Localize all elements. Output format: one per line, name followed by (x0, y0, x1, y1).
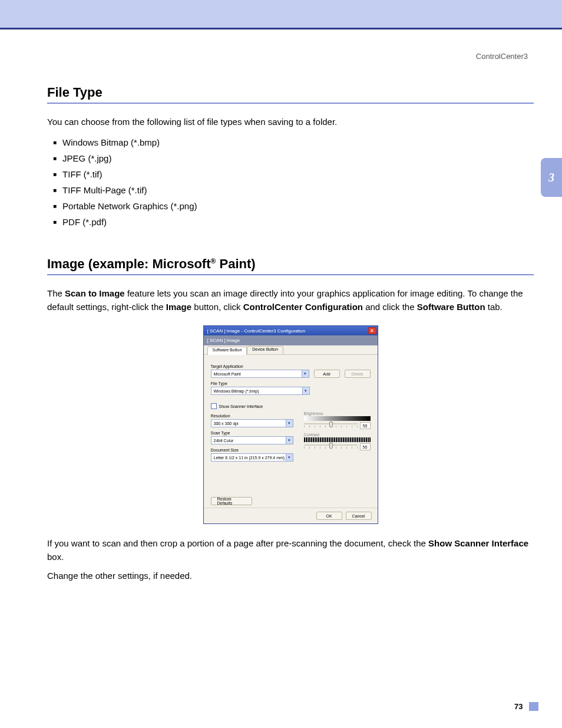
text: If you want to scan and then crop a port… (47, 538, 428, 548)
text-bold: Show Scanner Interface (428, 538, 528, 548)
chevron-down-icon: ▾ (286, 420, 293, 427)
title-post: Paint) (216, 256, 255, 271)
add-button[interactable]: Add (314, 370, 340, 378)
list-item: TIFF Multi-Page (*.tif) (53, 185, 534, 195)
paragraph-1: The Scan to Image feature lets you scan … (47, 287, 534, 314)
text: button, click (191, 302, 243, 312)
brightness-gradient (304, 416, 371, 421)
contrast-value[interactable]: 50 (360, 443, 371, 450)
brightness-slider[interactable] (304, 422, 358, 429)
page-bar (529, 702, 538, 711)
text: box. (47, 552, 64, 562)
text: The (47, 288, 65, 298)
paragraph-3: Change the other settings, if needed. (47, 569, 534, 583)
label-scan-type: Scan Type (211, 431, 293, 435)
label-contrast: Contrast (304, 433, 371, 437)
list-item: PDF (*.pdf) (53, 217, 534, 227)
delete-button[interactable]: Delete (345, 370, 371, 378)
text: and click the (363, 302, 417, 312)
select-value: Microsoft Paint (214, 372, 241, 376)
show-scanner-checkbox[interactable] (211, 403, 217, 409)
brightness-value[interactable]: 50 (360, 422, 371, 429)
tab-strip: Software Button Device Button (204, 345, 378, 355)
paragraph-2: If you want to scan and then crop a port… (47, 537, 534, 564)
text-bold: Image (166, 302, 191, 312)
contrast-gradient (304, 437, 371, 442)
text-bold: Software Button (417, 302, 485, 312)
list-item: Windows Bitmap (*.bmp) (53, 137, 534, 147)
cancel-button[interactable]: Cancel (346, 512, 372, 520)
label-show-scanner: Show Scanner Interface (219, 404, 263, 409)
dialog-titlebar: [ SCAN ] Image - ControlCenter3 Configur… (204, 326, 378, 335)
label-document-size: Document Size (211, 448, 293, 452)
select-value: Windows Bitmap (*.bmp) (214, 389, 259, 393)
dialog-subtitle: [ SCAN ] Image (204, 335, 378, 345)
list-item: JPEG (*.jpg) (53, 153, 534, 163)
slider-thumb[interactable] (329, 443, 333, 449)
dialog-title: [ SCAN ] Image - ControlCenter3 Configur… (207, 328, 368, 334)
chevron-down-icon: ▾ (286, 454, 293, 461)
tab-software-button[interactable]: Software Button (207, 347, 247, 355)
section-rule (47, 103, 534, 104)
tab-device-button[interactable]: Device Button (247, 346, 283, 354)
text-bold: Scan to Image (65, 288, 125, 298)
restore-defaults-button[interactable]: Restore Defaults (211, 497, 252, 505)
contrast-slider[interactable] (304, 443, 358, 450)
section-title-image: Image (example: Microsoft® Paint) (47, 233, 534, 272)
page-number-area: 73 (514, 701, 538, 711)
document-size-select[interactable]: Letter 8 1/2 x 11 in (215.9 x 279.4 mm) … (211, 453, 293, 462)
top-band (0, 0, 562, 29)
scan-type-select[interactable]: 24bit Color ▾ (211, 436, 293, 444)
text: tab. (485, 302, 503, 312)
label-file-type: File Type (211, 381, 371, 386)
intro-text: You can choose from the following list o… (47, 116, 534, 128)
label-target-app: Target Application (211, 364, 371, 368)
section-rule (47, 274, 534, 275)
chevron-down-icon: ▾ (286, 437, 293, 444)
slider-thumb[interactable] (329, 421, 333, 427)
chevron-down-icon: ▾ (302, 370, 309, 377)
file-type-select[interactable]: Windows Bitmap (*.bmp) ▾ (211, 387, 310, 395)
section-title-filetype: File Type (47, 29, 534, 100)
select-value: 300 x 300 dpi (214, 421, 239, 426)
label-resolution: Resolution (211, 414, 293, 418)
header-right: ControlCenter3 (476, 52, 528, 61)
title-pre: Image (example: Microsoft (47, 256, 211, 271)
page-number: 73 (514, 702, 523, 711)
target-app-select[interactable]: Microsoft Paint ▾ (211, 370, 309, 378)
resolution-select[interactable]: 300 x 300 dpi ▾ (211, 419, 293, 427)
text-bold: ControlCenter Configuration (243, 302, 363, 312)
filetype-list: Windows Bitmap (*.bmp) JPEG (*.jpg) TIFF… (53, 137, 534, 227)
config-dialog: [ SCAN ] Image - ControlCenter3 Configur… (203, 325, 378, 524)
select-value: 24bit Color (214, 439, 234, 443)
ok-button[interactable]: OK (316, 512, 342, 520)
chevron-down-icon: ▾ (302, 387, 309, 394)
label-brightness: Brightness (304, 411, 371, 416)
close-icon[interactable]: × (368, 327, 376, 334)
select-value: Letter 8 1/2 x 11 in (215.9 x 279.4 mm) (214, 456, 285, 460)
list-item: Portable Network Graphics (*.png) (53, 201, 534, 211)
list-item: TIFF (*.tif) (53, 169, 534, 179)
